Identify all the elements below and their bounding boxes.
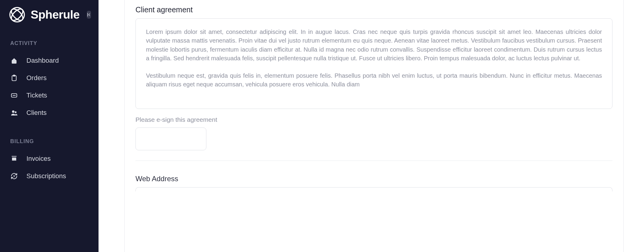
recurring-payment-icon: $ (10, 172, 18, 180)
svg-point-8 (12, 110, 14, 113)
sidebar-item-label: Orders (26, 74, 47, 82)
receipt-icon (10, 155, 18, 163)
sidebar-item-tickets[interactable]: Tickets (0, 87, 99, 104)
content-card: Client agreement Lorem ipsum dolor sit a… (124, 0, 624, 252)
sidebar-item-invoices[interactable]: Invoices (0, 150, 99, 167)
agreement-paragraph-1: Lorem ipsum dolor sit amet, consectetur … (146, 28, 602, 63)
web-address-title: Web Address (135, 175, 612, 183)
sidebar-item-subscriptions[interactable]: $ Subscriptions (0, 167, 99, 185)
brand-name: Spherule (31, 8, 80, 21)
clipboard-icon (10, 74, 18, 82)
sidebar-item-dashboard[interactable]: Dashboard (0, 52, 99, 69)
svg-point-9 (15, 111, 17, 113)
agreement-paragraph-2: Vestibulum neque est, gravida quis felis… (146, 71, 602, 89)
sidebar-section-activity-label: ACTIVITY (0, 40, 99, 46)
client-agreement-title: Client agreement (135, 5, 612, 14)
spherule-logo-icon (9, 7, 25, 23)
sidebar-item-label: Invoices (26, 155, 51, 163)
sidebar-item-label: Clients (26, 109, 47, 117)
brand-row: Spherule (0, 7, 99, 23)
sidebar-item-label: Subscriptions (26, 172, 66, 180)
client-agreement-textbox[interactable]: Lorem ipsum dolor sit amet, consectetur … (135, 18, 612, 109)
sidebar-item-label: Dashboard (26, 57, 59, 64)
section-divider (135, 160, 612, 161)
main-content: Client agreement Lorem ipsum dolor sit a… (99, 0, 644, 252)
sidebar-item-clients[interactable]: Clients (0, 104, 99, 122)
collapse-left-icon (87, 13, 91, 17)
sidebar-section-billing-label: BILLING (0, 138, 99, 145)
sidebar-item-orders[interactable]: Orders (0, 69, 99, 87)
svg-rect-5 (13, 75, 15, 76)
home-icon (10, 57, 18, 64)
sidebar-item-label: Tickets (26, 92, 47, 99)
web-address-input[interactable] (135, 187, 612, 191)
ticket-icon (10, 92, 18, 99)
sidebar-collapse-button[interactable] (87, 11, 91, 19)
esign-helper-text: Please e-sign this agreement (135, 116, 612, 123)
users-icon (10, 109, 18, 117)
esign-input[interactable] (135, 128, 206, 150)
svg-text:$: $ (13, 175, 15, 178)
sidebar: Spherule ACTIVITY Dashboard Orders Ticke… (0, 0, 99, 252)
